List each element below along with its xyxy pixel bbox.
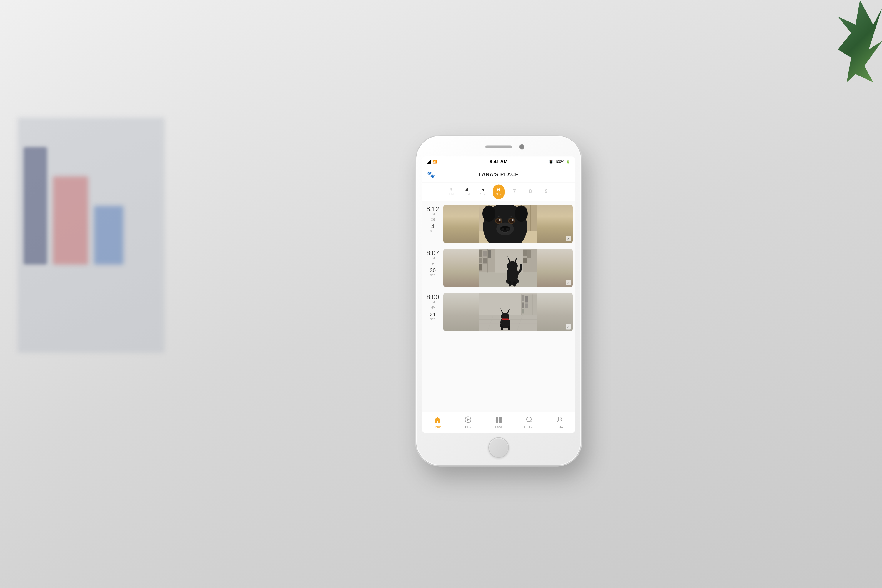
signal-bars bbox=[427, 160, 431, 164]
motion-icon bbox=[430, 304, 436, 310]
explore-icon bbox=[526, 416, 533, 425]
clip-duration-1: 4 bbox=[431, 224, 434, 230]
bg-item-blue bbox=[94, 206, 123, 265]
date-label-5: JUN bbox=[480, 193, 486, 196]
clip-thumbnail-1[interactable]: ⤢ bbox=[443, 205, 573, 243]
bottom-nav: Home Play bbox=[422, 412, 575, 433]
svg-point-17 bbox=[483, 205, 495, 222]
svg-rect-46 bbox=[488, 250, 491, 258]
svg-rect-43 bbox=[479, 264, 483, 270]
svg-point-28 bbox=[501, 228, 504, 230]
svg-rect-80 bbox=[525, 303, 528, 308]
svg-rect-53 bbox=[527, 250, 531, 258]
bg-item-dark bbox=[24, 147, 47, 265]
svg-rect-77 bbox=[522, 302, 525, 308]
signal-area: 📶 bbox=[427, 160, 437, 164]
app-title: LANA'S PLACE bbox=[478, 172, 519, 178]
phone-home-button[interactable] bbox=[488, 437, 509, 458]
clip-duration-label-1: SEC bbox=[430, 230, 436, 232]
clip-time-col-1: 8:12 PM 4 SEC bbox=[424, 205, 441, 232]
svg-line-96 bbox=[531, 421, 532, 423]
date-num-3: 3 bbox=[450, 188, 452, 193]
svg-rect-45 bbox=[483, 258, 487, 263]
date-strip: 3 JUN 4 JUN 5 JUN 6 JUN 7 bbox=[422, 182, 575, 201]
status-time: 9:41 AM bbox=[490, 159, 508, 164]
clip-row-1[interactable]: 8:12 PM 4 SEC bbox=[422, 205, 575, 249]
date-item-5[interactable]: 5 JUN bbox=[477, 184, 489, 199]
nav-item-explore[interactable]: Explore bbox=[514, 416, 544, 429]
nav-item-feed[interactable]: Feed bbox=[483, 416, 514, 429]
svg-rect-44 bbox=[483, 251, 487, 256]
date-label-4: JUN bbox=[464, 193, 470, 196]
phone-mockup: 📶 9:41 AM 📳 100% 🔋 🐾 LANA'S PLACE 3 JUN bbox=[416, 136, 581, 465]
expand-icon-1[interactable]: ⤢ bbox=[566, 236, 571, 241]
nav-label-profile: Profile bbox=[556, 426, 564, 429]
status-bar: 📶 9:41 AM 📳 100% 🔋 bbox=[422, 156, 575, 167]
svg-rect-52 bbox=[523, 258, 526, 263]
date-item-9[interactable]: 9 bbox=[540, 184, 552, 199]
nav-label-home: Home bbox=[434, 425, 442, 429]
svg-rect-59 bbox=[508, 281, 511, 286]
date-item-6-active[interactable]: 6 JUN bbox=[493, 184, 504, 199]
date-item-3[interactable]: 3 JUN bbox=[445, 184, 457, 199]
date-num-8: 8 bbox=[529, 189, 531, 195]
svg-point-61 bbox=[432, 308, 434, 309]
svg-rect-87 bbox=[508, 326, 510, 330]
date-item-8[interactable]: 8 bbox=[525, 184, 536, 199]
iphone-device: 📶 9:41 AM 📳 100% 🔋 🐾 LANA'S PLACE 3 JUN bbox=[416, 136, 581, 465]
clip-time-3: 8:00 bbox=[427, 294, 439, 300]
clip-row-3[interactable]: 8:00 PM 21 SEC bbox=[422, 293, 575, 337]
battery-text: 100% bbox=[555, 160, 564, 164]
app-logo-icon: 🐾 bbox=[427, 171, 435, 178]
plant-decoration bbox=[823, 0, 882, 88]
clip-duration-3: 21 bbox=[430, 312, 436, 318]
clip-duration-label-3: SEC bbox=[430, 318, 436, 321]
clip-time-col-2: 8:07 PM 30 SEC bbox=[424, 249, 441, 277]
svg-rect-78 bbox=[522, 309, 525, 314]
clip-thumbnail-3[interactable]: ⤢ bbox=[443, 293, 573, 331]
svg-point-23 bbox=[499, 219, 501, 221]
date-item-7[interactable]: 7 bbox=[508, 184, 520, 199]
expand-icon-2[interactable]: ⤢ bbox=[566, 280, 571, 285]
date-label-3: JUN bbox=[448, 193, 454, 196]
phone-camera bbox=[519, 144, 525, 149]
nav-label-explore: Explore bbox=[524, 426, 534, 429]
nav-label-feed: Feed bbox=[495, 425, 502, 429]
svg-rect-91 bbox=[496, 417, 498, 420]
svg-rect-93 bbox=[496, 420, 498, 423]
svg-point-22 bbox=[509, 219, 514, 223]
svg-point-24 bbox=[512, 219, 514, 221]
date-num-6: 6 bbox=[497, 188, 500, 193]
svg-point-56 bbox=[507, 261, 518, 270]
svg-rect-8 bbox=[530, 205, 531, 231]
clip-period-1: PM bbox=[431, 212, 435, 215]
expand-icon-3[interactable]: ⤢ bbox=[566, 324, 571, 329]
date-num-4: 4 bbox=[465, 188, 468, 193]
app-header: 🐾 LANA'S PLACE bbox=[422, 167, 575, 182]
svg-point-18 bbox=[515, 205, 528, 222]
clip-time-col-3: 8:00 PM 21 SEC bbox=[424, 293, 441, 321]
date-num-7: 7 bbox=[513, 189, 516, 195]
date-item-4[interactable]: 4 JUN bbox=[461, 184, 473, 199]
svg-rect-50 bbox=[531, 249, 532, 272]
svg-rect-86 bbox=[501, 326, 503, 330]
clip-time-2: 8:07 bbox=[427, 250, 439, 256]
date-num-9: 9 bbox=[545, 189, 548, 195]
connector-line bbox=[416, 218, 419, 218]
phone-speaker bbox=[485, 145, 512, 148]
nav-item-profile[interactable]: Profile bbox=[544, 416, 575, 429]
clip-duration-2: 30 bbox=[430, 267, 436, 274]
clip-period-3: PM bbox=[431, 300, 435, 303]
svg-point-1 bbox=[432, 219, 434, 220]
svg-point-97 bbox=[558, 417, 561, 420]
clip-row-2[interactable]: 8:07 PM 30 SEC bbox=[422, 249, 575, 293]
clip-thumbnail-2[interactable]: ⤢ bbox=[443, 249, 573, 287]
svg-rect-51 bbox=[523, 250, 526, 256]
nav-item-play[interactable]: Play bbox=[453, 416, 483, 429]
svg-rect-38 bbox=[483, 249, 483, 272]
bluetooth-icon: 📳 bbox=[549, 160, 553, 164]
svg-rect-37 bbox=[478, 249, 479, 272]
clip-time-1: 8:12 bbox=[427, 206, 439, 212]
svg-rect-76 bbox=[522, 295, 525, 301]
nav-item-home[interactable]: Home bbox=[422, 416, 453, 429]
